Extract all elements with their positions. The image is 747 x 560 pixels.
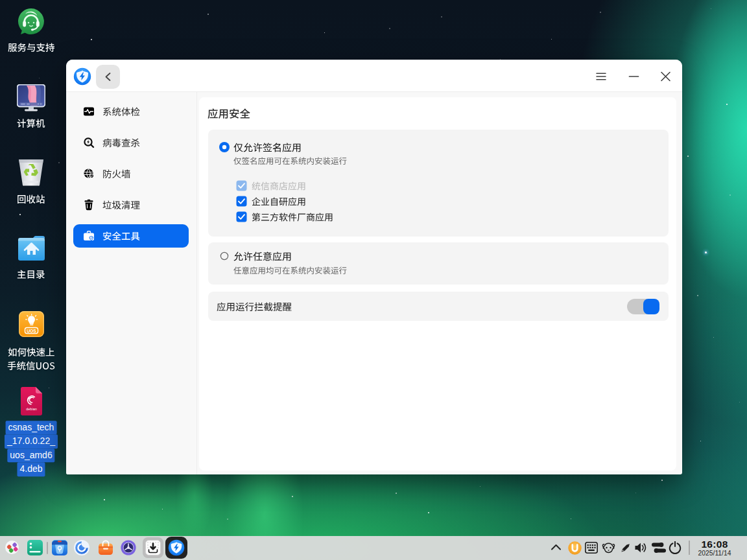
- svg-text:UOS: UOS: [27, 329, 36, 333]
- svg-text:debian: debian: [26, 407, 37, 411]
